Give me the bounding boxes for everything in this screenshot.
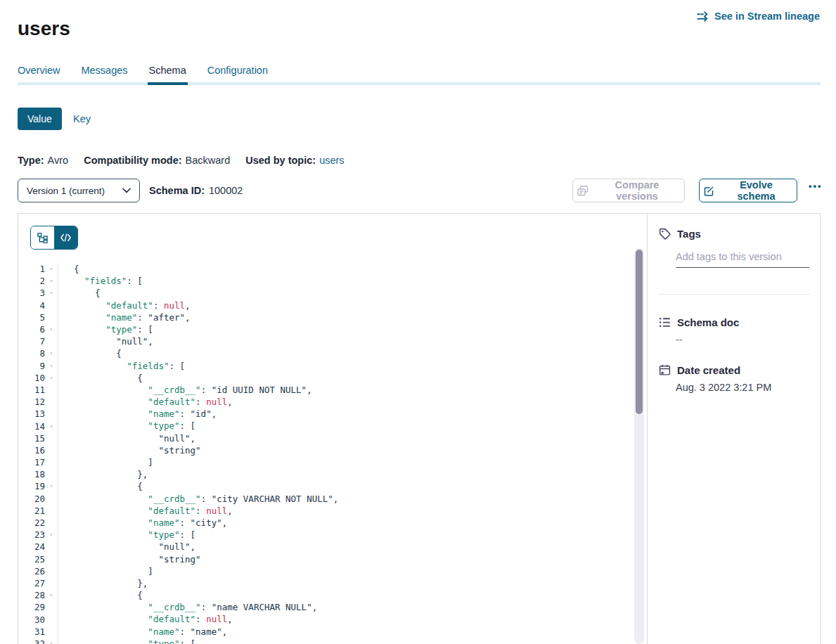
fold-toggle-icon[interactable]: ▾ xyxy=(45,290,58,296)
editor-view-toggle xyxy=(30,226,78,250)
tags-input[interactable] xyxy=(676,251,809,268)
line-number: 27 xyxy=(18,578,45,588)
code-text: "__crdb__": "name VARCHAR NULL", xyxy=(58,601,626,613)
code-text: { xyxy=(58,287,626,299)
line-number: 2 xyxy=(18,276,45,286)
tags-section-header: Tags xyxy=(659,228,701,240)
fold-toggle-icon[interactable]: ▾ xyxy=(45,375,58,381)
line-number: 10 xyxy=(18,373,45,383)
tree-view-button[interactable] xyxy=(31,226,54,249)
chevron-down-icon xyxy=(122,188,131,193)
code-line: 6▾ "type": [ xyxy=(18,323,626,335)
sidebar-divider xyxy=(659,294,810,295)
code-text: "string" xyxy=(58,553,626,565)
schema-id: Schema ID: 100002 xyxy=(149,185,243,196)
compare-versions-label: Compare versions xyxy=(594,179,680,202)
line-number: 5 xyxy=(18,312,45,323)
line-number: 32 xyxy=(18,638,45,644)
fold-toggle-icon[interactable]: ▾ xyxy=(45,532,58,538)
tab-schema-label: Schema xyxy=(149,65,186,76)
fold-toggle-icon[interactable]: ▾ xyxy=(45,423,58,430)
fold-toggle-icon[interactable]: ▾ xyxy=(45,350,58,356)
code-line: 21 "default": null, xyxy=(18,505,626,517)
tag-icon xyxy=(659,228,671,240)
compare-versions-button[interactable]: Compare versions xyxy=(572,179,685,202)
fold-toggle-icon[interactable]: ▾ xyxy=(45,266,58,272)
fold-toggle-icon[interactable]: ▾ xyxy=(45,326,58,333)
stream-lineage-icon xyxy=(697,11,709,22)
line-number: 14 xyxy=(18,421,45,432)
code-line: 15 "null", xyxy=(18,432,626,444)
code-text: "default": null, xyxy=(58,300,626,311)
fold-toggle-icon[interactable]: ▾ xyxy=(45,640,58,644)
calendar-plus-icon xyxy=(659,364,671,376)
tab-schema[interactable]: Schema xyxy=(149,65,186,82)
schema-doc-title: Schema doc xyxy=(677,316,739,328)
fold-toggle-icon[interactable]: ▾ xyxy=(45,363,58,369)
meta-compatibility: Compatibility mode: Backward xyxy=(84,155,230,166)
code-text: "string" xyxy=(58,444,626,456)
key-toggle-link[interactable]: Key xyxy=(73,113,91,124)
code-line: 31 "name": "name", xyxy=(18,626,626,638)
code-text: "default": null, xyxy=(58,396,626,408)
scrollbar-thumb[interactable] xyxy=(636,250,643,414)
code-text: { xyxy=(58,589,626,601)
code-line: 23▾ "type": [ xyxy=(18,529,626,541)
code-line: 2▾ "fields": [ xyxy=(18,275,626,287)
code-line: 11 "__crdb__": "id UUID NOT NULL", xyxy=(18,384,626,396)
version-select[interactable]: Version 1 (current) xyxy=(18,179,140,202)
code-view-icon xyxy=(60,233,71,242)
type-value: Avro xyxy=(48,155,69,166)
code-text: "fields": [ xyxy=(58,275,626,287)
tab-configuration[interactable]: Configuration xyxy=(207,65,268,82)
tab-configuration-label: Configuration xyxy=(207,65,268,76)
fold-toggle-icon[interactable]: ▾ xyxy=(45,483,58,489)
tree-view-icon xyxy=(37,233,48,243)
code-text: "name": "after", xyxy=(58,311,626,323)
list-icon xyxy=(659,316,671,328)
line-number: 12 xyxy=(18,397,45,407)
line-number: 16 xyxy=(18,445,45,456)
schema-editor: 1▾{2▾ "fields": [3▾ {4 "default": null,5… xyxy=(18,214,648,644)
schema-sidebar: Tags Schema doc -- Date created Aug. 3 2… xyxy=(648,214,820,644)
type-label: Type: xyxy=(18,155,44,166)
tab-overview-label: Overview xyxy=(18,65,60,76)
line-number: 11 xyxy=(18,385,45,395)
code-view-button[interactable] xyxy=(54,226,77,249)
line-number: 21 xyxy=(18,505,45,516)
code-text: "type": [ xyxy=(58,323,626,335)
line-number: 7 xyxy=(18,336,45,347)
fold-toggle-icon[interactable]: ▾ xyxy=(45,278,58,284)
editor-scrollbar[interactable] xyxy=(634,248,644,644)
code-line: 28▾ { xyxy=(18,589,626,601)
code-lines: 1▾{2▾ "fields": [3▾ {4 "default": null,5… xyxy=(18,263,626,644)
line-number: 1 xyxy=(18,264,45,274)
schema-doc-section-header: Schema doc xyxy=(659,316,739,328)
tab-overview[interactable]: Overview xyxy=(18,65,60,82)
topic-label: Used by topic: xyxy=(245,155,316,166)
more-options-button[interactable]: ••• xyxy=(804,180,827,192)
date-created-title: Date created xyxy=(677,364,740,376)
code-line: 22 "name": "city", xyxy=(18,517,626,529)
evolve-schema-button[interactable]: Evolve schema xyxy=(699,179,797,202)
line-number: 31 xyxy=(18,626,45,637)
page-title: users xyxy=(18,18,70,40)
code-text: "type": [ xyxy=(58,529,626,541)
tab-messages[interactable]: Messages xyxy=(81,65,127,82)
tab-bar: Overview Messages Schema Configuration xyxy=(18,65,268,82)
line-number: 18 xyxy=(18,469,45,479)
code-text: "null", xyxy=(58,335,626,347)
stream-lineage-link[interactable]: See in Stream lineage xyxy=(697,11,820,22)
code-line: 32▾ "type": [ xyxy=(18,638,626,644)
code-line: 30 "default": null, xyxy=(18,613,626,625)
line-number: 22 xyxy=(18,517,45,528)
line-number: 4 xyxy=(18,300,45,311)
code-text: ] xyxy=(58,456,626,468)
fold-toggle-icon[interactable]: ▾ xyxy=(45,592,58,598)
code-line: 25 "string" xyxy=(18,553,626,565)
tags-title: Tags xyxy=(677,228,701,240)
code-text: "type": [ xyxy=(58,420,626,432)
topic-link[interactable]: users xyxy=(319,155,344,166)
value-toggle-button[interactable]: Value xyxy=(18,108,62,130)
meta-type: Type: Avro xyxy=(18,155,68,166)
